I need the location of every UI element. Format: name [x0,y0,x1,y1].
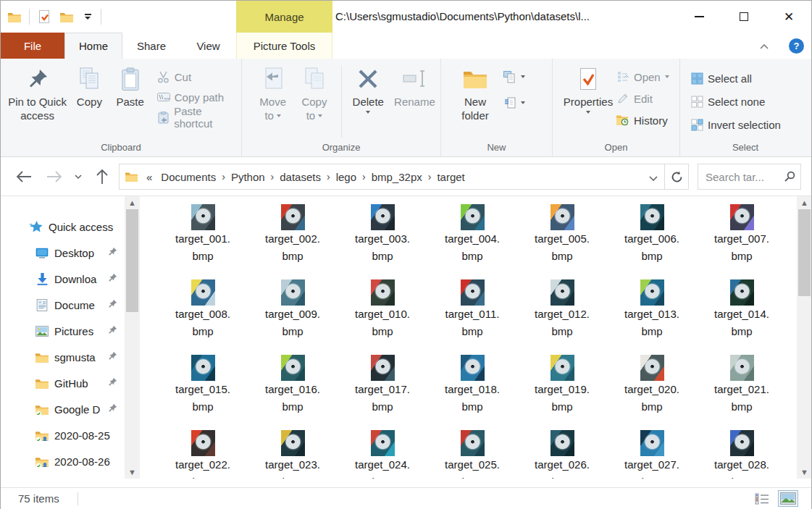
delete-button[interactable]: Delete [348,64,389,114]
sidebar-item-quick-access[interactable]: Quick access [1,214,124,240]
breadcrumb-item[interactable]: Python [227,171,269,183]
sidebar-item-google-d[interactable]: Google D [1,396,124,422]
breadcrumb-item[interactable]: datasets [275,171,325,183]
minimize-button[interactable] [677,1,721,33]
breadcrumb-separator-icon[interactable]: › [220,171,227,182]
tab-home[interactable]: Home [64,33,122,59]
scroll-up-button[interactable]: ▲ [797,196,811,209]
breadcrumb-separator-icon[interactable]: › [325,171,332,182]
help-button[interactable]: ? [789,38,804,54]
file-item[interactable]: target_016.bmp [248,355,338,416]
copy-to-button[interactable]: Copy to [293,64,335,122]
open-button[interactable]: Open [616,68,669,85]
edit-button[interactable]: Edit [616,90,669,107]
sidebar-item-partial[interactable] [1,474,124,479]
customize-qat-button[interactable] [81,14,94,20]
file-item[interactable]: target_015.bmp [158,355,248,416]
file-item[interactable]: target_010.bmp [338,279,427,340]
collapse-ribbon-button[interactable] [755,38,774,54]
sidebar-item-2020-08-25[interactable]: 2020-08-25 [1,422,124,448]
file-item[interactable]: target_007.bmp [697,204,787,265]
file-item[interactable]: target_027.bmp [607,430,697,479]
thumbnail-view-button[interactable] [778,490,798,507]
paste-shortcut-button[interactable]: Paste shortcut [157,109,241,126]
file-item[interactable]: target_017.bmp [338,355,427,416]
breadcrumb-separator-icon[interactable]: › [269,171,276,182]
qat-new-folder-button[interactable] [59,8,75,25]
address-bar[interactable]: « Documents›Python›datasets›lego›bmp_32p… [119,164,689,190]
refresh-button[interactable] [665,164,688,189]
breadcrumb-item[interactable]: Documents [156,171,220,183]
sidebar-item-desktop[interactable]: Desktop [1,240,124,266]
move-to-button[interactable]: Move to [252,64,293,122]
file-item[interactable]: target_019.bmp [517,355,607,416]
file-item[interactable]: target_026.bmp [517,430,607,479]
file-item[interactable]: target_014.bmp [697,279,787,340]
tab-share[interactable]: Share [122,33,180,59]
select-none-button[interactable]: Select none [690,93,781,110]
up-button[interactable] [91,157,114,196]
file-item[interactable]: target_028.bmp [697,430,787,479]
tab-view[interactable]: View [180,33,236,59]
file-item[interactable]: target_023.bmp [248,430,338,479]
forward-button[interactable] [43,157,66,196]
qat-properties-button[interactable] [36,8,52,25]
sidebar-item-pictures[interactable]: Pictures [1,318,124,344]
tab-file[interactable]: File [1,33,64,59]
file-item[interactable]: target_006.bmp [607,204,697,265]
paste-button[interactable]: Paste [109,64,151,109]
scrollbar-thumb[interactable] [126,209,138,312]
file-item[interactable]: target_025.bmp [427,430,517,479]
sidebar-item-github[interactable]: GitHub [1,370,124,396]
file-item[interactable]: target_024.bmp [338,430,427,479]
new-folder-button[interactable]: New folder [451,64,499,122]
file-item[interactable]: target_012.bmp [517,279,607,340]
sidebar-item-docume[interactable]: Docume [1,292,124,318]
file-item[interactable]: target_013.bmp [607,279,697,340]
maximize-button[interactable] [721,1,766,33]
back-button[interactable] [12,157,35,196]
file-item[interactable]: target_001.bmp [158,204,248,265]
file-item[interactable]: target_018.bmp [427,355,517,416]
sidebar-item-2020-08-26[interactable]: 2020-08-26 [1,448,124,474]
sidebar-item-sgmusta[interactable]: sgmusta [1,344,124,370]
properties-button[interactable]: Properties [560,64,616,114]
sidebar-item-downloa[interactable]: Downloa [1,266,124,292]
file-item[interactable]: target_005.bmp [517,204,607,265]
files-scrollbar[interactable]: ▲ ▼ [797,196,811,479]
contextual-tab-group-manage[interactable]: Manage [236,1,332,33]
file-item[interactable]: target_003.bmp [338,204,427,265]
file-item[interactable]: target_008.bmp [158,279,248,340]
file-item[interactable]: target_020.bmp [607,355,697,416]
scroll-down-button[interactable]: ▼ [797,466,811,479]
file-item[interactable]: target_002.bmp [248,204,338,265]
cut-button[interactable]: Cut [157,68,241,85]
recent-locations-button[interactable] [70,157,86,196]
breadcrumb-separator-icon[interactable]: › [361,171,367,182]
file-item[interactable]: target_011.bmp [427,279,517,340]
file-item[interactable]: target_022.bmp [158,430,248,479]
file-item[interactable]: target_021.bmp [697,355,787,416]
close-button[interactable]: ✕ [766,1,811,33]
copy-path-button[interactable]: Copy path [157,88,241,106]
new-item-button[interactable] [503,68,525,85]
rename-button[interactable]: Rename [389,64,440,109]
breadcrumb-collapse[interactable]: « [142,171,156,183]
file-item[interactable]: target_004.bmp [427,204,517,265]
tab-picture-tools[interactable]: Picture Tools [236,33,332,59]
search-button[interactable] [779,171,800,182]
search-input[interactable] [698,171,779,183]
select-all-button[interactable]: Select all [690,70,781,87]
breadcrumb-item[interactable]: target [432,171,469,183]
details-view-button[interactable] [752,490,772,507]
sidebar-scrollbar[interactable]: ▲ ▼ [125,196,140,479]
file-item[interactable]: target_009.bmp [248,279,338,340]
scroll-down-button[interactable]: ▼ [125,466,140,479]
scrollbar-thumb[interactable] [798,209,811,296]
breadcrumb-item[interactable]: bmp_32px [367,171,427,183]
breadcrumb-item[interactable]: lego [332,171,361,183]
copy-button[interactable]: Copy [70,64,109,109]
breadcrumb-separator-icon[interactable]: › [427,171,433,182]
pin-to-quick-access-button[interactable]: Pin to Quick access [5,64,70,122]
history-button[interactable]: History [616,112,669,129]
